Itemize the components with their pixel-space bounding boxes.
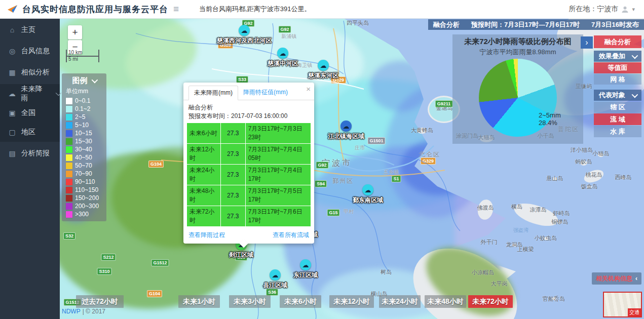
raincloud-marker-icon[interactable]: ☁ [300, 259, 311, 270]
region-marker-label: 慈溪中河区 [268, 59, 298, 68]
sidebar-nav: ⌂ 主页 ◎ 台风信息 ▦ 相似分析 ☁ 未来降雨 ▣ 全国 ▢ 地区 ▤ 分析… [0, 18, 60, 319]
reservoir-button[interactable]: 水 库 [594, 126, 641, 137]
raincloud-marker-icon[interactable]: ☁ [277, 48, 288, 59]
tab-rain-characteristics[interactable]: 降雨特征值(mm) [238, 86, 293, 100]
islet [536, 209, 541, 212]
time-button-next12h[interactable]: 未来12小时 [329, 295, 374, 308]
traffic-layer-badge[interactable]: 交通 [628, 308, 641, 316]
raincloud-marker-icon[interactable]: ☁ [318, 60, 329, 71]
location-user-area[interactable]: 所在地：宁波市 ▾ [569, 5, 635, 14]
menu-toggle-icon[interactable]: ≡ [173, 4, 179, 15]
sidebar-item-label: 台风信息 [21, 47, 50, 56]
jurisdiction-button[interactable]: 辖 区 [594, 102, 641, 113]
region-marker[interactable]: ☁慈溪中河区 [268, 48, 298, 68]
time-button-next6h[interactable]: 未来6小时 [280, 295, 321, 308]
sidebar-item-typhoon-info[interactable]: ◎ 台风信息 [0, 42, 60, 61]
time-button-next48h[interactable]: 未来48小时 [425, 295, 466, 308]
legend-swatch [66, 203, 72, 210]
raincloud-marker-icon[interactable]: ☁ [340, 121, 352, 132]
isoline-button[interactable]: 等值面 [594, 62, 641, 73]
legend-item: 70~90 [62, 170, 106, 178]
minimap-thumbnail[interactable]: 交通 [603, 292, 642, 317]
sidebar-item-label: 地区 [21, 128, 35, 137]
time-button-next1h[interactable]: 未来1小时 [178, 295, 220, 308]
legend-header[interactable]: 图例 [62, 73, 106, 87]
legend-item: 10~15 [62, 129, 106, 137]
islet [558, 221, 562, 224]
fusion-analysis-button[interactable]: 融合分析 [594, 35, 641, 48]
region-marker[interactable]: ☁鄞东南区域 [353, 184, 383, 205]
rainfall-popup: × 未来降雨(mm) 降雨特征值(mm) 融合分析 预报发布时间：2017-07… [183, 83, 314, 244]
top-header: 台风实时信息防汛应用与服务云平台 ≡ 当前台风南玛都,距离宁波市391公里。 所… [0, 0, 644, 19]
ndwp-link[interactable]: NDWP [62, 308, 81, 315]
raincloud-marker-icon[interactable]: ☁ [239, 25, 250, 36]
map-label: 鄞州区 [332, 177, 354, 185]
close-icon[interactable]: × [306, 85, 311, 93]
basin-button[interactable]: 流 域 [594, 113, 641, 125]
sidebar-item-region[interactable]: ▢ 地区 [0, 123, 60, 142]
legend-swatch [66, 98, 72, 104]
home-icon: ⌂ [8, 26, 16, 34]
region-marker-label: 东江区域 [293, 271, 318, 280]
map-label: 凉潭岛 [530, 206, 547, 214]
sidebar-item-future-rain[interactable]: ☁ 未来降雨 [0, 84, 60, 103]
effect-overlay-header[interactable]: 效果叠加 [594, 51, 641, 62]
zoom-in-button[interactable]: + [68, 25, 82, 39]
road-badge: G92 [278, 26, 291, 33]
time-button-next72h[interactable]: 未来72小时 [468, 295, 513, 308]
map-label: 西峰岛 [615, 174, 632, 181]
user-caret-icon[interactable]: ▾ [632, 6, 635, 13]
legend-item: 200~300 [62, 202, 106, 210]
time-button-next24h[interactable]: 未来24小时 [379, 295, 421, 308]
region-marker[interactable]: ☁东江区域 [293, 259, 318, 280]
view-all-basins-link[interactable]: 查看所有流域 [273, 231, 309, 240]
legend-swatch [66, 179, 72, 185]
raincloud-marker-icon[interactable]: ☁ [362, 184, 373, 195]
road-badge: G329 [421, 157, 436, 165]
region-marker[interactable]: ☁江北镇海区域 [328, 121, 364, 141]
popup-meta: 融合分析 预报发布时间：2017-07-03 16:00:00 [183, 100, 314, 123]
typhoon-status-text: 当前台风南玛都,距离宁波市391公里。 [199, 5, 311, 14]
map-label: 甲村 [344, 208, 354, 215]
time-button-past72h[interactable]: 过去72小时 [76, 295, 124, 308]
island-dahuangfeng [417, 128, 427, 134]
region-marker[interactable]: ☁慈溪东河区 [308, 60, 338, 80]
sidebar-item-analysis-report[interactable]: ▤ 分析简报 [0, 144, 60, 163]
sidebar-item-nationwide[interactable]: ▣ 全国 [0, 103, 60, 123]
legend-item: >300 [62, 210, 106, 218]
map-canvas[interactable]: ☁慈溪西河及西北河区☁慈溪中河区☁慈溪东河区☁江北镇海区域☁鄞东南区域☁鄞江区域… [60, 18, 644, 319]
scale-km: 10 km [66, 50, 99, 57]
sidebar-item-home[interactable]: ⌂ 主页 [0, 20, 60, 39]
popup-analysis-type: 融合分析 [188, 103, 309, 112]
legend-swatch [66, 195, 72, 202]
region-marker[interactable]: ☁慈溪西河及西北河区 [217, 25, 272, 45]
user-icon [621, 6, 629, 13]
grid-button[interactable]: 网 格 [594, 74, 641, 85]
region-marker[interactable]: ☁县江区域 [263, 269, 287, 290]
chevron-down-icon [632, 52, 638, 59]
forecast-strip-range: 预报时间：7月3日17时—7月6日17时 [471, 20, 580, 29]
table-row: 未来6小时27.37月3日17时~7月3日23时 [187, 123, 311, 144]
represent-object-header[interactable]: 代表对象 [594, 90, 641, 101]
island-liuheng [512, 199, 561, 230]
time-button-next3h[interactable]: 未来3小时 [229, 295, 271, 308]
map-label: 小凉帽岛 [472, 269, 494, 276]
raincloud-marker-icon[interactable]: ☁ [270, 269, 281, 281]
sidebar-item-label: 相似分析 [21, 68, 50, 77]
related-org-info-button[interactable]: 相关机构信息‹ [592, 272, 641, 285]
map-label: 饭盒岛 [581, 183, 598, 190]
sidebar-group-future-rain: ☁ 未来降雨 ▣ 全国 ▢ 地区 [0, 84, 60, 142]
location-label: 所在地：宁波市 [569, 5, 618, 14]
sidebar-item-label: 分析简报 [21, 149, 50, 158]
road-badge: S310 [97, 268, 111, 275]
view-rain-process-link[interactable]: 查看降雨过程 [188, 231, 225, 240]
rain-overlay-pale-se [318, 268, 445, 319]
copyright-text: | © 2017 [83, 308, 105, 315]
islet [621, 176, 626, 179]
map-label: 大黄蜂岛 [411, 127, 433, 134]
sidebar-item-similar-analysis[interactable]: ▦ 相似分析 [0, 63, 60, 82]
panel-expand-button[interactable]: › [581, 36, 593, 49]
tab-future-rain[interactable]: 未来降雨(mm) [188, 86, 238, 100]
map-label: 铜锣岛 [552, 218, 569, 226]
rain-cloud-icon: ☁ [8, 90, 16, 98]
